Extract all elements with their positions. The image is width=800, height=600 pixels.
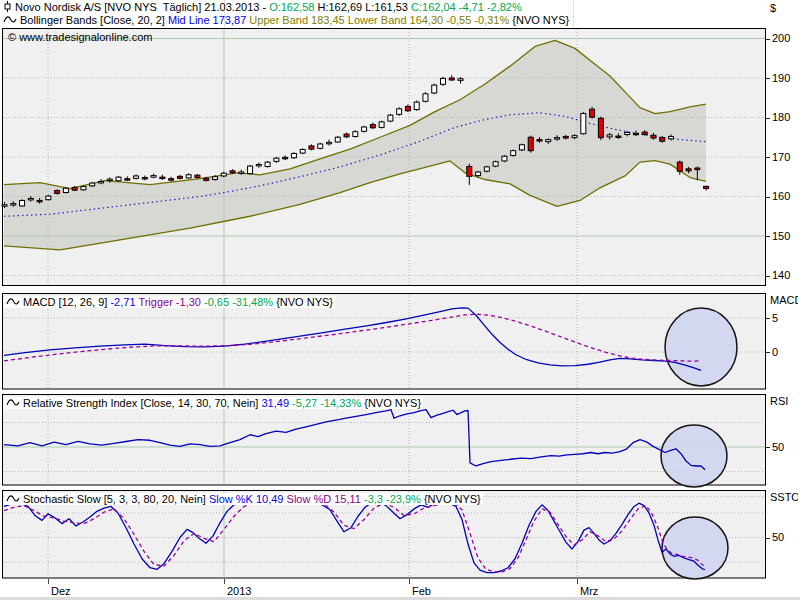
candle-body (405, 106, 410, 110)
candle-body (493, 162, 498, 166)
axis-tick-mark (766, 197, 770, 198)
candle-body (274, 158, 279, 161)
candle-body (239, 172, 244, 173)
legend-text: -0,65 -31,48% (204, 296, 276, 308)
candle-body (660, 138, 665, 142)
candle-body (116, 177, 121, 181)
legend-text: -3,3 -23,9% (364, 493, 424, 505)
candle-body (458, 79, 463, 81)
legend-text: {NVO NYS} (364, 397, 421, 409)
stochastic-panel[interactable] (0, 490, 800, 598)
highlight-ellipse[interactable] (665, 308, 737, 386)
main-price-chart-panel[interactable] (0, 28, 800, 286)
candle-body (37, 200, 42, 201)
candle-body (221, 173, 226, 176)
axis-tick-label: 0 (772, 346, 778, 358)
axis-tick-mark (766, 447, 770, 448)
time-tick-label: Mrz (580, 585, 598, 597)
bollinger-legend[interactable]: Bollinger Bands [Close, 20, 2] Mid Line … (3, 14, 569, 26)
candle-body (616, 136, 621, 137)
candle-body (704, 186, 709, 188)
candle-body (423, 94, 428, 102)
candle-body (563, 136, 568, 138)
candle-body (695, 168, 700, 170)
indicator-wave-icon (6, 398, 20, 408)
axis-tick-mark (766, 538, 770, 539)
axis-tick-mark (766, 352, 770, 353)
axis-tick-label: 5 (772, 312, 778, 324)
time-tick-mark (577, 579, 578, 584)
candle-body (248, 166, 253, 174)
legend-text: {NVO NYS} (512, 14, 569, 26)
legend-text: Slow %K 10,49 (209, 493, 287, 505)
candle-body (46, 196, 51, 200)
candle-body (598, 118, 603, 137)
legend-text: {NVO NYS} (424, 493, 481, 505)
axis-tick-label: 180 (772, 111, 790, 123)
highlight-ellipse[interactable] (661, 425, 727, 487)
highlight-ellipse[interactable] (662, 517, 728, 579)
candle-body (651, 135, 656, 138)
legend-text: Novo Nordisk A/S [NVO NYS Täglich] 21.03… (15, 1, 269, 13)
candle-body (195, 175, 200, 177)
candle-body (28, 198, 33, 199)
time-tick-label: 2013 (227, 585, 251, 597)
candle-body (441, 78, 446, 84)
candle-body (590, 109, 595, 117)
macd-header[interactable]: MACD [12, 26, 9] -2,71 Trigger -1,30 -0,… (4, 296, 335, 308)
candle-body (81, 187, 86, 190)
candle-body (555, 138, 560, 139)
legend-text: -2,71 (110, 296, 138, 308)
candle-body (151, 176, 156, 178)
axis-tick-mark (766, 318, 770, 319)
candle-body (669, 136, 674, 138)
candle-body (528, 137, 533, 150)
axis-tick-label: 190 (772, 72, 790, 84)
candle-body (186, 175, 191, 178)
legend-text: C:162,04 -4,71 -2,82% (411, 1, 522, 13)
candle-body (212, 177, 217, 180)
candle-body (388, 115, 393, 121)
legend-text: -5,27 -14,33% (292, 397, 364, 409)
candle-body (362, 127, 367, 131)
stochastic-header[interactable]: Stochastic Slow [5, 3, 3, 80, 20, Nein] … (4, 493, 483, 505)
candle-body (397, 109, 402, 115)
candle-body (283, 157, 288, 158)
chart-window: Novo Nordisk A/S [NVO NYS Täglich] 21.03… (0, 0, 800, 600)
candle-body (467, 166, 472, 176)
legend-text: H:162,69 L:161,53 (317, 1, 411, 13)
watermark: © www.tradesignalonline.com (8, 31, 152, 43)
instrument-title[interactable]: Novo Nordisk A/S [NVO NYS Täglich] 21.03… (3, 1, 522, 13)
candle-body (484, 167, 489, 171)
candle-body (326, 142, 331, 143)
time-tick-mark (224, 579, 225, 584)
legend-text: 31,49 (261, 397, 292, 409)
time-tick-label: Feb (412, 585, 431, 597)
candle-body (300, 149, 305, 153)
rsi-header[interactable]: Relative Strength Index [Close, 14, 30, … (4, 397, 423, 409)
candle-body (72, 187, 77, 190)
axis-tick-mark (766, 157, 770, 158)
candle-body (519, 145, 524, 150)
candle-body (291, 153, 296, 157)
axis-tick-mark (766, 118, 770, 119)
axis-tick-mark (766, 39, 770, 40)
candle-body (607, 135, 612, 137)
header-gridline (573, 0, 574, 27)
candle-body (98, 181, 103, 182)
candle-body (318, 144, 323, 148)
legend-text: Mid Line 173,87 (168, 14, 249, 26)
candle-body (677, 162, 682, 171)
candle-body (686, 169, 691, 171)
legend-text: Upper Band 183,45 Lower Band 164,30 -0,5… (249, 14, 512, 26)
axis-tick-label: 160 (772, 190, 790, 202)
rsi-axis-label: RSI (770, 395, 788, 407)
candle-body (625, 133, 630, 135)
candle-body (414, 102, 419, 110)
price-axis-unit: $ (770, 2, 776, 14)
time-tick-mark (48, 579, 49, 584)
axis-tick-label: 50 (772, 531, 784, 543)
candle-body (160, 177, 165, 178)
candle-body (169, 179, 174, 180)
candle-body (353, 132, 358, 137)
